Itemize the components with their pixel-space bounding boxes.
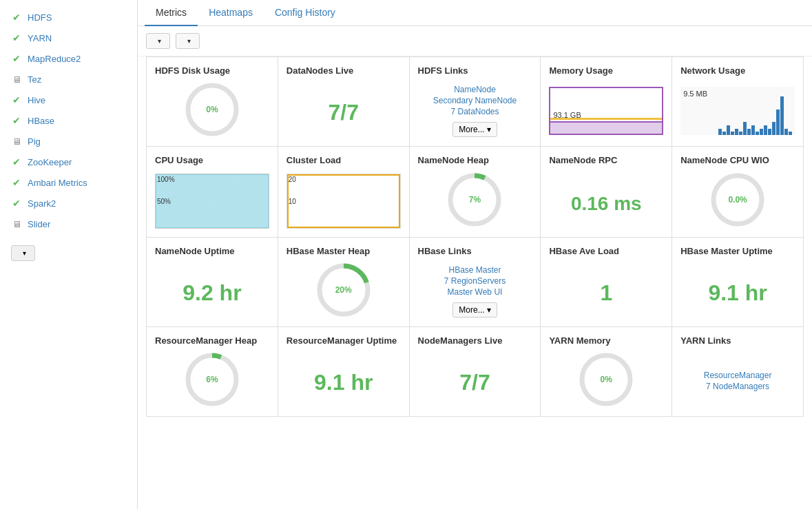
- cluster-load-chart: 20 10: [287, 174, 401, 229]
- network-bar-6: [743, 122, 747, 135]
- link-7-datanodes[interactable]: 7 DataNodes: [450, 107, 499, 116]
- link-7-nodemanagers[interactable]: 7 NodeManagers: [706, 382, 769, 391]
- metric-card-namenode-rpc: NameNode RPC0.16 ms: [541, 147, 672, 238]
- link-resourcemanager[interactable]: ResourceManager: [704, 371, 772, 380]
- metric-card-cluster-load: Cluster Load 20 10: [278, 147, 410, 238]
- metric-card-yarn-links: YARN LinksResourceManager7 NodeManagers: [672, 327, 804, 417]
- metric-card-hdfs-disk-usage: HDFS Disk Usage0%: [147, 57, 278, 147]
- gauge-namenode-heap: 7%: [447, 172, 502, 227]
- monitor-icon: 🖥: [11, 74, 22, 85]
- sidebar-item-mapreduce2[interactable]: ✔MapReduce2: [0, 48, 137, 69]
- tab-heatmaps[interactable]: Heatmaps: [198, 0, 264, 26]
- metric-actions-caret-icon: ▾: [158, 37, 161, 45]
- sidebar-link-ambari-metrics[interactable]: Ambari Metrics: [28, 178, 87, 188]
- sidebar-item-hdfs[interactable]: ✔HDFS: [0, 7, 137, 28]
- metric-card-nodemanagers-live: NodeManagers Live7/7: [410, 327, 541, 417]
- sidebar-link-spark2[interactable]: Spark2: [28, 198, 56, 209]
- more-caret-icon: ▾: [487, 125, 491, 134]
- sidebar-item-yarn[interactable]: ✔YARN: [0, 28, 137, 48]
- network-bar-12: [768, 129, 771, 135]
- last-hour-caret-icon: ▾: [187, 37, 191, 45]
- actions-caret-icon: ▾: [23, 249, 26, 257]
- metric-card-datanodes-live: DataNodes Live7/7: [278, 57, 410, 147]
- metric-title-cpu-usage: CPU Usage: [155, 155, 203, 165]
- sidebar-link-hdfs[interactable]: HDFS: [28, 12, 52, 23]
- metric-title-resourcemanager-heap: ResourceManager Heap: [155, 335, 257, 346]
- metric-card-hbase-ave-load: HBase Ave Load1: [541, 238, 672, 327]
- metric-card-resourcemanager-uptime: ResourceManager Uptime9.1 hr: [278, 327, 410, 417]
- sidebar-item-hive[interactable]: ✔Hive: [0, 90, 137, 110]
- network-bar-7: [747, 129, 751, 135]
- cpu-label-100: 100%: [157, 176, 175, 183]
- metric-card-hbase-master-uptime: HBase Master Uptime9.1 hr: [672, 238, 804, 327]
- sidebar-actions-container: ▾: [0, 237, 137, 269]
- network-bar-10: [760, 129, 763, 135]
- link-secondary-namenode[interactable]: Secondary NameNode: [433, 96, 517, 105]
- metric-card-memory-usage: Memory Usage 93.1 GB: [541, 57, 672, 147]
- sidebar-item-spark2[interactable]: ✔Spark2: [0, 193, 137, 214]
- sidebar-item-slider[interactable]: 🖥Slider: [0, 214, 137, 234]
- link-namenode[interactable]: NameNode: [454, 85, 496, 94]
- sidebar-link-hive[interactable]: Hive: [28, 95, 45, 105]
- metric-title-hdfs-disk-usage: HDFS Disk Usage: [155, 65, 230, 76]
- metric-card-namenode-heap: NameNode Heap7%: [410, 147, 541, 238]
- metric-card-yarn-memory: YARN Memory0%: [541, 327, 672, 417]
- toolbar: ▾ ▾: [138, 26, 812, 56]
- sidebar-link-yarn[interactable]: YARN: [28, 33, 52, 43]
- actions-button[interactable]: ▾: [11, 245, 35, 261]
- metric-title-namenode-heap: NameNode Heap: [418, 155, 489, 165]
- tab-metrics[interactable]: Metrics: [145, 0, 198, 26]
- metric-title-hbase-master-uptime: HBase Master Uptime: [680, 246, 773, 256]
- link-7-regionservers[interactable]: 7 RegionServers: [444, 276, 506, 286]
- links-yarn-links: ResourceManager7 NodeManagers: [680, 371, 795, 391]
- value-hbase-master-uptime: 9.1 hr: [680, 280, 795, 306]
- gauge-resourcemanager-heap: 6%: [185, 352, 240, 407]
- sidebar-link-hbase[interactable]: HBase: [28, 116, 54, 126]
- check-icon: ✔: [11, 12, 22, 23]
- links-hbase-links: HBase Master7 RegionServersMaster Web UI…: [418, 265, 532, 318]
- sidebar-item-hbase[interactable]: ✔HBase: [0, 110, 137, 131]
- memory-bar-used: [550, 121, 662, 134]
- metric-title-yarn-memory: YARN Memory: [549, 335, 610, 346]
- value-hbase-ave-load: 1: [549, 280, 663, 306]
- metric-card-namenode-cpu-wio: NameNode CPU WIO0.0%: [672, 147, 804, 238]
- sidebar-link-slider[interactable]: Slider: [28, 219, 50, 229]
- sidebar-item-pig[interactable]: 🖥Pig: [0, 131, 137, 152]
- sidebar-item-tez[interactable]: 🖥Tez: [0, 69, 137, 90]
- metrics-area: HDFS Disk Usage0%DataNodes Live7/7HDFS L…: [138, 56, 812, 509]
- check-icon: ✔: [11, 156, 22, 167]
- sidebar-item-ambari-metrics[interactable]: ✔Ambari Metrics: [0, 172, 137, 193]
- tab-config-history[interactable]: Config History: [264, 0, 346, 26]
- link-master-web-ui[interactable]: Master Web UI: [448, 287, 503, 297]
- more-caret-icon: ▾: [487, 305, 491, 315]
- more-button-hdfs-links[interactable]: More... ▾: [452, 122, 497, 137]
- sidebar-link-pig[interactable]: Pig: [28, 136, 41, 147]
- metric-title-cluster-load: Cluster Load: [287, 155, 341, 165]
- sidebar-item-zookeeper[interactable]: ✔ZooKeeper: [0, 152, 137, 172]
- more-button-hbase-links[interactable]: More... ▾: [452, 302, 497, 318]
- metric-title-hbase-ave-load: HBase Ave Load: [549, 246, 619, 256]
- value-nodemanagers-live: 7/7: [418, 370, 532, 395]
- last-hour-button[interactable]: ▾: [176, 33, 200, 49]
- network-value-label: 9.5 MB: [683, 90, 707, 98]
- network-bar-9: [756, 132, 759, 135]
- metric-card-network-usage: Network Usage9.5 MB: [672, 57, 804, 147]
- network-bar-14: [776, 110, 780, 135]
- monitor-icon: 🖥: [11, 218, 22, 229]
- network-bar-8: [751, 125, 755, 135]
- sidebar-link-zookeeper[interactable]: ZooKeeper: [28, 157, 72, 167]
- metric-card-namenode-uptime: NameNode Uptime9.2 hr: [147, 238, 278, 327]
- value-datanodes-live: 7/7: [287, 100, 401, 125]
- cluster-label-20: 20: [289, 176, 296, 183]
- rpc-value-namenode-rpc: 0.16 ms: [549, 193, 663, 215]
- gauge-hdfs-disk-usage: 0%: [185, 82, 240, 137]
- sidebar-link-tez[interactable]: Tez: [28, 74, 41, 85]
- network-usage-chart: 9.5 MB: [680, 87, 795, 135]
- value-namenode-uptime: 9.2 hr: [155, 280, 269, 306]
- main-content: MetricsHeatmapsConfig History ▾ ▾ HDFS D…: [138, 0, 812, 509]
- gauge-yarn-memory: 0%: [579, 352, 634, 407]
- metric-actions-button[interactable]: ▾: [146, 33, 170, 49]
- metric-title-hbase-links: HBase Links: [418, 246, 472, 256]
- sidebar-link-mapreduce2[interactable]: MapReduce2: [28, 54, 81, 64]
- link-hbase-master[interactable]: HBase Master: [448, 265, 501, 275]
